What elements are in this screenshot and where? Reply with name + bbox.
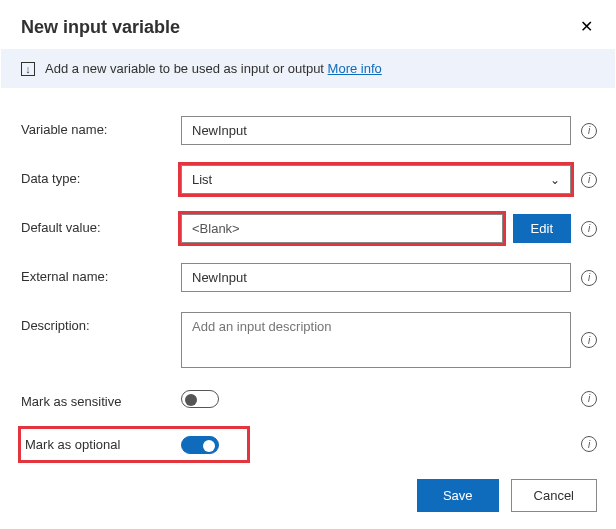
info-icon[interactable]: i <box>581 270 597 286</box>
info-icon[interactable]: i <box>581 332 597 348</box>
row-data-type: Data type: List ⌄ i <box>21 165 597 194</box>
data-type-value: List <box>192 172 212 187</box>
row-variable-name: Variable name: i <box>21 116 597 145</box>
label-default-value: Default value: <box>21 214 181 235</box>
new-input-variable-dialog: New input variable ✕ ↓ Add a new variabl… <box>0 0 616 529</box>
label-external-name: External name: <box>21 263 181 284</box>
row-optional: Mark as optional i <box>21 429 597 460</box>
info-bar: ↓ Add a new variable to be used as input… <box>1 49 615 88</box>
info-icon[interactable]: i <box>581 123 597 139</box>
label-data-type: Data type: <box>21 165 181 186</box>
row-sensitive: Mark as sensitive i <box>21 388 597 409</box>
optional-toggle[interactable] <box>181 436 219 454</box>
close-button[interactable]: ✕ <box>576 15 597 39</box>
info-icon[interactable]: i <box>581 391 597 407</box>
info-icon[interactable]: i <box>581 221 597 237</box>
row-external-name: External name: i <box>21 263 597 292</box>
label-optional: Mark as optional <box>25 437 177 452</box>
more-info-link[interactable]: More info <box>328 61 382 76</box>
data-type-select[interactable]: List ⌄ <box>181 165 571 194</box>
close-icon: ✕ <box>580 18 593 35</box>
description-input[interactable] <box>181 312 571 368</box>
toggle-knob <box>203 440 215 452</box>
external-name-input[interactable] <box>181 263 571 292</box>
info-icon[interactable]: i <box>581 436 597 452</box>
row-description: Description: i <box>21 312 597 368</box>
dialog-footer: Save Cancel <box>417 479 597 512</box>
label-sensitive: Mark as sensitive <box>21 388 181 409</box>
info-bar-text: Add a new variable to be used as input o… <box>45 61 382 76</box>
optional-highlight-box: Mark as optional <box>21 429 247 460</box>
dialog-title: New input variable <box>21 17 180 38</box>
import-icon: ↓ <box>21 62 35 76</box>
info-icon[interactable]: i <box>581 172 597 188</box>
label-variable-name: Variable name: <box>21 116 181 137</box>
default-value-text: <Blank> <box>192 221 240 236</box>
label-description: Description: <box>21 312 181 333</box>
chevron-down-icon: ⌄ <box>550 173 560 187</box>
row-default-value: Default value: <Blank> Edit i <box>21 214 597 243</box>
save-button[interactable]: Save <box>417 479 499 512</box>
toggle-knob <box>185 394 197 406</box>
sensitive-toggle[interactable] <box>181 390 219 408</box>
edit-button[interactable]: Edit <box>513 214 571 243</box>
cancel-button[interactable]: Cancel <box>511 479 597 512</box>
dialog-header: New input variable ✕ <box>1 1 615 49</box>
form-body: Variable name: i Data type: List ⌄ i Def… <box>1 88 615 460</box>
default-value-box[interactable]: <Blank> <box>181 214 503 243</box>
variable-name-input[interactable] <box>181 116 571 145</box>
